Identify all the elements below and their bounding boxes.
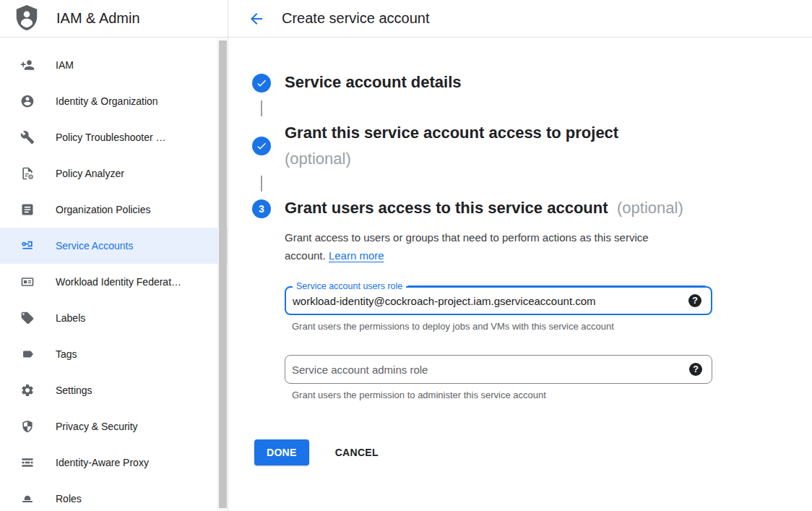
step-connector bbox=[261, 176, 262, 192]
sidebar-item-label: Workload Identity Federat… bbox=[56, 276, 181, 288]
step-3-title: Grant users access to this service accou… bbox=[285, 199, 608, 217]
sidebar: IAM Identity & Organization Policy Troub… bbox=[0, 38, 228, 511]
cancel-button[interactable]: CANCEL bbox=[335, 447, 379, 458]
main-content: Service account details Grant this servi… bbox=[228, 38, 812, 511]
sidebar-item-policy-analyzer[interactable]: Policy Analyzer bbox=[0, 155, 228, 192]
gear-icon bbox=[20, 383, 35, 398]
step-2-title: Grant this service account access to pro… bbox=[285, 124, 618, 142]
step-3-grant-users-access: 3 Grant users access to this service acc… bbox=[252, 196, 812, 222]
sidebar-item-label: Settings bbox=[56, 385, 92, 396]
sidebar-item-iam[interactable]: IAM bbox=[0, 47, 228, 83]
done-button[interactable]: DONE bbox=[254, 439, 309, 465]
sidebar-item-workload-identity-federation[interactable]: Workload Identity Federat… bbox=[0, 264, 228, 300]
sidebar-item-label: Policy Troubleshooter … bbox=[56, 132, 166, 143]
sidebar-item-tags[interactable]: Tags bbox=[0, 336, 228, 372]
sidebar-item-labels[interactable]: Labels bbox=[0, 300, 228, 336]
step-1-title: Service account details bbox=[285, 73, 462, 91]
shield-icon bbox=[20, 419, 35, 434]
sidebar-scrollbar-track bbox=[217, 38, 227, 511]
iam-shield-logo-icon bbox=[13, 4, 40, 34]
sidebar-scrollbar-thumb[interactable] bbox=[219, 40, 227, 508]
sidebar-item-label: Roles bbox=[56, 493, 82, 504]
admins-role-field-container: ? bbox=[285, 355, 712, 384]
step-1-service-account-details[interactable]: Service account details bbox=[252, 70, 812, 96]
product-header: IAM & Admin bbox=[0, 0, 228, 37]
tag-filled-icon bbox=[20, 347, 35, 361]
sidebar-item-service-accounts[interactable]: Service Accounts bbox=[0, 228, 228, 264]
learn-more-link[interactable]: Learn more bbox=[329, 249, 384, 262]
sidebar-item-privacy-security[interactable]: Privacy & Security bbox=[0, 408, 228, 445]
step-3-number-badge: 3 bbox=[252, 199, 271, 218]
form-actions: DONE CANCEL bbox=[254, 439, 812, 465]
step-3-optional-label: (optional) bbox=[617, 199, 683, 217]
step-connector bbox=[261, 100, 262, 116]
sidebar-item-label: Privacy & Security bbox=[56, 421, 138, 432]
sidebar-item-identity-organization[interactable]: Identity & Organization bbox=[0, 83, 228, 119]
sidebar-item-label: Service Accounts bbox=[56, 240, 133, 252]
app-bar: IAM & Admin Create service account bbox=[0, 0, 812, 38]
wrench-icon bbox=[20, 130, 35, 145]
sidebar-item-roles[interactable]: Roles bbox=[0, 481, 228, 511]
person-add-icon bbox=[20, 58, 35, 72]
help-icon[interactable]: ? bbox=[689, 363, 702, 376]
hat-icon bbox=[20, 491, 35, 506]
admins-role-input[interactable] bbox=[285, 356, 712, 383]
service-account-key-icon bbox=[20, 239, 35, 253]
step-2-check-icon bbox=[252, 137, 271, 155]
step-3-description: Grant access to users or groups that nee… bbox=[285, 228, 691, 265]
back-arrow-icon[interactable] bbox=[248, 10, 265, 27]
users-role-field-container: Service account users role ? bbox=[285, 286, 712, 315]
sidebar-item-label: Policy Analyzer bbox=[56, 168, 124, 179]
step-1-check-icon bbox=[252, 74, 271, 93]
sidebar-item-label: Tags bbox=[56, 348, 77, 360]
article-icon bbox=[20, 202, 35, 217]
sidebar-item-identity-aware-proxy[interactable]: Identity-Aware Proxy bbox=[0, 445, 228, 481]
admins-role-helper-text: Grant users the permission to administer… bbox=[292, 390, 812, 400]
page-title: Create service account bbox=[282, 10, 430, 27]
account-circle-icon bbox=[20, 94, 35, 108]
users-role-helper-text: Grant users the permissions to deploy jo… bbox=[292, 321, 812, 332]
page-header: Create service account bbox=[228, 0, 812, 37]
badge-card-icon bbox=[20, 275, 35, 289]
help-icon[interactable]: ? bbox=[688, 294, 701, 307]
label-tag-icon bbox=[20, 311, 35, 325]
product-title: IAM & Admin bbox=[56, 10, 140, 27]
sidebar-item-label: Organization Policies bbox=[56, 204, 151, 215]
step-2-grant-access-to-project[interactable]: Grant this service account access to pro… bbox=[252, 121, 812, 171]
sidebar-item-label: Labels bbox=[56, 312, 85, 324]
proxy-grid-icon bbox=[20, 455, 35, 470]
sidebar-item-label: Identity-Aware Proxy bbox=[56, 457, 149, 468]
sidebar-item-settings[interactable]: Settings bbox=[0, 372, 228, 408]
step-2-optional-label: (optional) bbox=[285, 147, 618, 171]
users-role-input[interactable] bbox=[286, 288, 711, 314]
sidebar-item-organization-policies[interactable]: Organization Policies bbox=[0, 192, 228, 228]
sidebar-item-label: IAM bbox=[56, 59, 74, 71]
sidebar-item-policy-troubleshooter[interactable]: Policy Troubleshooter … bbox=[0, 119, 228, 155]
sidebar-item-label: Identity & Organization bbox=[56, 95, 158, 107]
document-gear-icon bbox=[20, 166, 35, 181]
